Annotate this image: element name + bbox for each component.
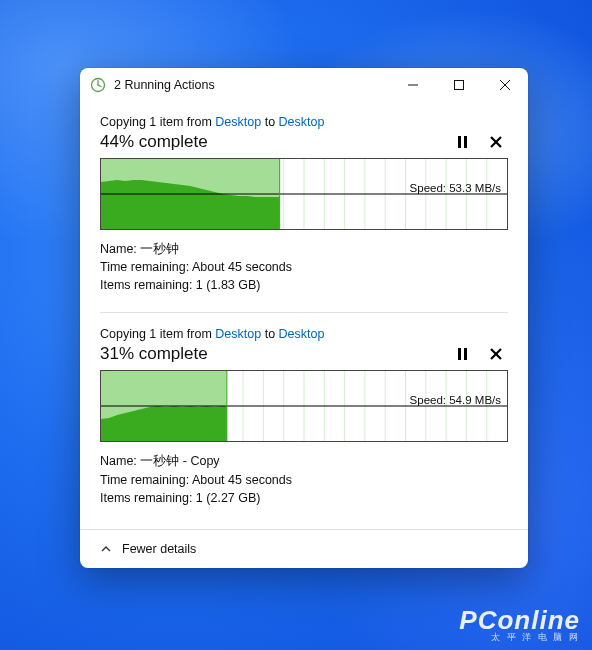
copy-details: Name: 一秒钟 - Copy Time remaining: About 4…: [100, 452, 508, 506]
window-title: 2 Running Actions: [114, 78, 215, 92]
svg-rect-8: [464, 136, 467, 148]
source-link[interactable]: Desktop: [215, 115, 261, 129]
cancel-button[interactable]: [488, 346, 504, 362]
percent-complete: 31% complete: [100, 344, 208, 364]
svg-line-2: [98, 85, 101, 87]
destination-link[interactable]: Desktop: [279, 115, 325, 129]
svg-rect-7: [458, 136, 461, 148]
pause-button[interactable]: [454, 134, 470, 150]
chevron-up-icon: [100, 543, 112, 555]
copy-action: Copying 1 item from Desktop to Desktop 3…: [100, 312, 508, 524]
svg-rect-33: [458, 348, 461, 360]
minimize-button[interactable]: [390, 68, 436, 102]
speed-chart: Speed: 53.3 MB/s: [100, 158, 508, 230]
file-copy-dialog: 2 Running Actions Copying 1 item from De…: [80, 68, 528, 568]
pause-button[interactable]: [454, 346, 470, 362]
dialog-body: Copying 1 item from Desktop to Desktop 4…: [80, 102, 528, 529]
detail-name: Name: 一秒钟: [100, 240, 508, 258]
window-controls: [390, 68, 528, 102]
copy-action: Copying 1 item from Desktop to Desktop 4…: [100, 108, 508, 312]
detail-name: Name: 一秒钟 - Copy: [100, 452, 508, 470]
percent-complete: 44% complete: [100, 132, 208, 152]
speed-label: Speed: 54.9 MB/s: [408, 394, 503, 406]
cancel-button[interactable]: [488, 134, 504, 150]
fewer-details-label: Fewer details: [122, 542, 196, 556]
detail-items-remaining: Items remaining: 1 (1.83 GB): [100, 276, 508, 294]
to-word: to: [261, 327, 278, 341]
watermark-brand: PConline: [459, 607, 580, 633]
running-actions-icon: [90, 77, 106, 93]
detail-time-remaining: Time remaining: About 45 seconds: [100, 471, 508, 489]
speed-label: Speed: 53.3 MB/s: [408, 182, 503, 194]
svg-rect-34: [464, 348, 467, 360]
watermark: PConline 太 平 洋 电 脑 网: [459, 607, 580, 642]
maximize-button[interactable]: [436, 68, 482, 102]
desc-prefix: Copying 1 item from: [100, 327, 215, 341]
detail-items-remaining: Items remaining: 1 (2.27 GB): [100, 489, 508, 507]
speed-chart-svg: [101, 371, 507, 441]
close-button[interactable]: [482, 68, 528, 102]
titlebar: 2 Running Actions: [80, 68, 528, 102]
source-link[interactable]: Desktop: [215, 327, 261, 341]
speed-chart-svg: [101, 159, 507, 229]
to-word: to: [261, 115, 278, 129]
detail-time-remaining: Time remaining: About 45 seconds: [100, 258, 508, 276]
copy-description: Copying 1 item from Desktop to Desktop: [100, 327, 508, 341]
speed-chart: Speed: 54.9 MB/s: [100, 370, 508, 442]
fewer-details-toggle[interactable]: Fewer details: [80, 529, 528, 568]
svg-rect-4: [455, 81, 464, 90]
watermark-sub: 太 平 洋 电 脑 网: [459, 633, 580, 642]
desc-prefix: Copying 1 item from: [100, 115, 215, 129]
copy-description: Copying 1 item from Desktop to Desktop: [100, 115, 508, 129]
copy-details: Name: 一秒钟 Time remaining: About 45 secon…: [100, 240, 508, 294]
destination-link[interactable]: Desktop: [279, 327, 325, 341]
